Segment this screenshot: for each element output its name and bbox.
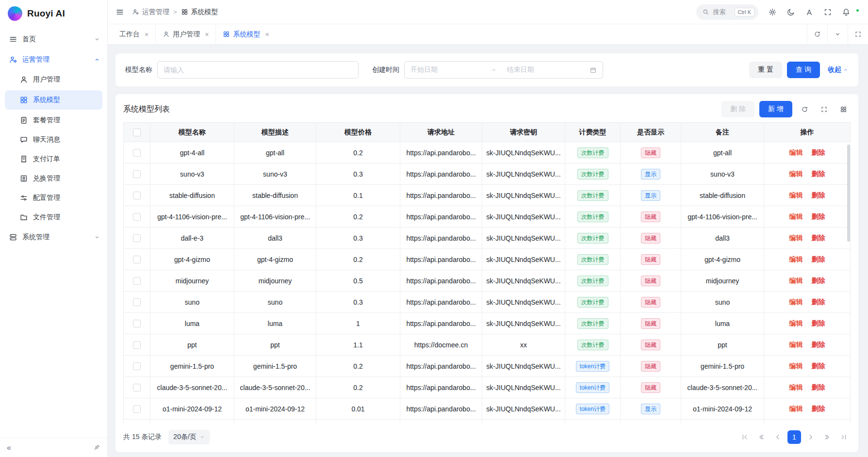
last-page-button[interactable]: [837, 430, 851, 444]
cell-actions: 编辑删除: [764, 142, 851, 163]
refresh-table-button[interactable]: [797, 102, 812, 116]
delete-button[interactable]: 删 除: [721, 101, 754, 117]
delete-link[interactable]: 删除: [812, 212, 825, 220]
sidebar-item-exchange-mgmt[interactable]: 兑换管理: [0, 169, 107, 188]
edit-link[interactable]: 编辑: [789, 341, 803, 348]
reset-button[interactable]: 重 置: [749, 62, 782, 78]
tab-workbench[interactable]: 工作台×: [113, 24, 155, 44]
close-icon[interactable]: ×: [145, 31, 148, 38]
row-checkbox[interactable]: [133, 213, 141, 221]
delete-link[interactable]: 删除: [812, 148, 825, 156]
maximize-content-button[interactable]: [848, 24, 868, 44]
page-size-select[interactable]: 20条/页: [168, 430, 210, 444]
query-button[interactable]: 查 询: [787, 62, 820, 78]
next-group-button[interactable]: [820, 430, 834, 444]
edit-link[interactable]: 编辑: [789, 319, 803, 327]
table-scrollbar[interactable]: [847, 145, 850, 242]
partial-row: [124, 420, 851, 424]
settings-button[interactable]: [764, 4, 781, 20]
date-range-input[interactable]: 开始日期 结束日期: [404, 61, 603, 79]
search-box[interactable]: 搜索 Ctrl K: [696, 4, 759, 20]
edit-link[interactable]: 编辑: [789, 170, 803, 178]
edit-link[interactable]: 编辑: [789, 234, 803, 242]
table-row: gpt-4-1106-vision-pre...gpt-4-1106-visio…: [124, 206, 851, 228]
cell-price: 0.3: [316, 292, 400, 313]
tab-system-model[interactable]: 系统模型×: [215, 24, 276, 44]
row-checkbox[interactable]: [133, 320, 141, 327]
sidebar-item-system-model[interactable]: 系统模型: [5, 90, 102, 110]
fullscreen-table-button[interactable]: [817, 102, 831, 116]
row-checkbox[interactable]: [133, 341, 141, 349]
edit-link[interactable]: 编辑: [789, 298, 803, 306]
refresh-tab-button[interactable]: [807, 24, 827, 44]
row-checkbox[interactable]: [133, 149, 141, 157]
sidebar-item-user-mgmt[interactable]: 用户管理: [0, 70, 107, 89]
page-number-button[interactable]: 1: [787, 430, 801, 444]
row-checkbox[interactable]: [133, 384, 141, 392]
delete-link[interactable]: 删除: [812, 191, 825, 199]
row-checkbox[interactable]: [133, 256, 141, 263]
delete-link[interactable]: 删除: [812, 255, 825, 263]
delete-link[interactable]: 删除: [812, 362, 825, 370]
cell-desc: stable-diffusion: [234, 185, 316, 206]
fullscreen-button[interactable]: [819, 4, 836, 20]
notifications-button[interactable]: [838, 4, 854, 20]
edit-link[interactable]: 编辑: [789, 255, 803, 263]
delete-link[interactable]: 删除: [812, 277, 825, 284]
sidebar-item-chat-messages[interactable]: 聊天消息: [0, 130, 107, 149]
delete-link[interactable]: 删除: [812, 170, 825, 178]
hamburger-menu-icon[interactable]: [115, 8, 124, 16]
row-checkbox[interactable]: [133, 192, 141, 199]
prev-group-button[interactable]: [754, 430, 768, 444]
edit-link[interactable]: 编辑: [789, 362, 803, 370]
tab-user-mgmt[interactable]: 用户管理×: [155, 24, 215, 44]
pin-icon[interactable]: [93, 444, 100, 451]
cell-url: https://api.pandarobo...: [400, 356, 482, 377]
select-all-checkbox[interactable]: [133, 129, 141, 136]
sidebar-item-payment-orders[interactable]: 支付订单: [0, 149, 107, 169]
tab-menu-button[interactable]: [827, 24, 848, 44]
edit-link[interactable]: 编辑: [789, 277, 803, 284]
cell-visible: 隐藏: [621, 206, 681, 228]
row-checkbox[interactable]: [133, 170, 141, 178]
sidebar-item-operations[interactable]: 运营管理: [0, 49, 107, 70]
sidebar-item-config-mgmt[interactable]: 配置管理: [0, 188, 107, 208]
column-settings-button[interactable]: [836, 102, 851, 116]
language-button[interactable]: [801, 4, 818, 20]
breadcrumb-item-operations[interactable]: 运营管理: [132, 8, 169, 16]
breadcrumb-item-system-model[interactable]: 系统模型: [181, 8, 218, 16]
row-checkbox[interactable]: [133, 277, 141, 285]
sidebar-item-package-mgmt[interactable]: 套餐管理: [0, 111, 107, 130]
edit-link[interactable]: 编辑: [789, 191, 803, 199]
close-icon[interactable]: ×: [205, 31, 209, 38]
delete-link[interactable]: 删除: [812, 319, 825, 327]
first-page-button[interactable]: [738, 430, 752, 444]
next-page-button[interactable]: [804, 430, 818, 444]
collapse-filter-link[interactable]: 收起: [828, 65, 849, 74]
sidebar-item-system-mgmt[interactable]: 系统管理: [0, 227, 107, 247]
row-checkbox[interactable]: [133, 405, 141, 413]
sidebar-item-file-mgmt[interactable]: 文件管理: [0, 208, 107, 227]
sidebar-item-home[interactable]: 首页: [0, 29, 107, 49]
edit-link[interactable]: 编辑: [789, 148, 803, 156]
sidebar-collapse-button[interactable]: «: [7, 443, 11, 452]
edit-link[interactable]: 编辑: [789, 405, 803, 412]
row-checkbox[interactable]: [133, 298, 141, 306]
row-checkbox[interactable]: [133, 362, 141, 370]
prev-page-button[interactable]: [771, 430, 785, 444]
delete-link[interactable]: 删除: [812, 234, 825, 242]
delete-link[interactable]: 删除: [812, 383, 825, 391]
delete-link[interactable]: 删除: [812, 298, 825, 306]
add-button[interactable]: 新 增: [759, 101, 792, 117]
edit-link[interactable]: 编辑: [789, 383, 803, 391]
row-checkbox[interactable]: [133, 234, 141, 242]
cell-url: https://docmee.cn: [400, 334, 482, 356]
dark-mode-button[interactable]: [783, 4, 799, 20]
user-gear-icon: [132, 8, 139, 16]
edit-link[interactable]: 编辑: [789, 212, 803, 220]
delete-link[interactable]: 删除: [812, 341, 825, 348]
model-name-input[interactable]: [157, 61, 359, 79]
close-icon[interactable]: ×: [265, 31, 269, 38]
delete-link[interactable]: 删除: [812, 405, 825, 412]
cell-price: 0.2: [316, 356, 400, 377]
